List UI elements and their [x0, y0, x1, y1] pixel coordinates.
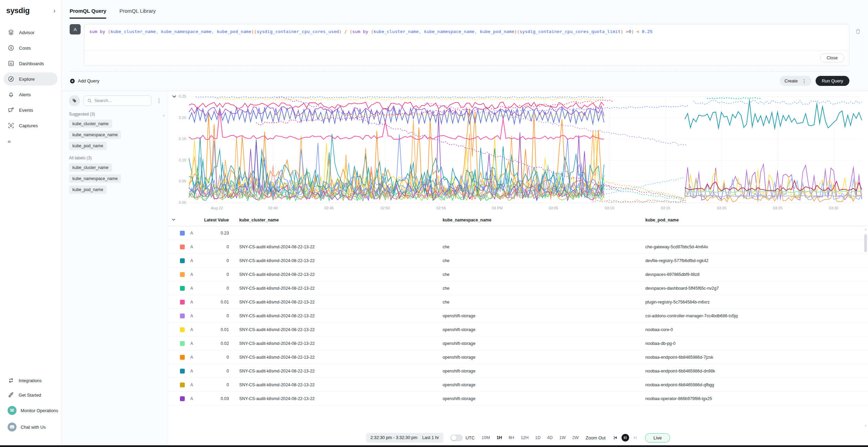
alerts-icon — [8, 91, 14, 98]
sidebar-item-alerts[interactable]: Alerts — [3, 88, 58, 101]
label-chip[interactable]: kube_pod_name — [69, 186, 107, 194]
trash-icon[interactable] — [855, 28, 861, 36]
scroll-down-icon[interactable]: ▼ — [864, 424, 867, 427]
range-button-4d[interactable]: 4D — [547, 435, 553, 440]
table-collapse-chevron-icon[interactable] — [171, 217, 176, 223]
table-row[interactable]: A0.01SNY-CS-audit-k8smd-2024-08-22-13-22… — [168, 295, 868, 309]
table-scrollbar[interactable]: ▲ ▼ — [864, 228, 867, 427]
add-query-button[interactable]: Add Query — [70, 78, 99, 84]
column-header-cluster[interactable]: kube_cluster_name — [239, 218, 443, 222]
sidebar-item-advisor[interactable]: Advisor — [3, 26, 58, 39]
cell-namespace: openshift-storage — [443, 355, 645, 360]
range-button-2w[interactable]: 2W — [572, 435, 579, 440]
tab-promql-library[interactable]: PromQL Library — [119, 8, 155, 19]
range-button-12h[interactable]: 12H — [521, 435, 528, 440]
sidebar-footer-label: Integrations — [19, 378, 42, 383]
label-chip[interactable]: kube_pod_name — [69, 142, 107, 150]
labels-panel-kebab-icon[interactable]: ⋮ — [155, 97, 163, 105]
range-button-1h[interactable]: 1H — [496, 435, 502, 440]
column-header-latest-value[interactable]: Latest Value — [200, 218, 229, 222]
column-header-namespace[interactable]: kube_namespace_name — [443, 218, 645, 222]
sidebar-footer-item-chat-with-us[interactable]: Chat with Us — [3, 420, 58, 434]
table-row[interactable]: A0.01SNY-CS-audit-k8smd-2024-08-22-13-22… — [168, 323, 868, 337]
series-color-swatch — [180, 355, 185, 360]
cell-namespace: che — [443, 258, 645, 263]
cell-cluster: SNY-CS-audit-k8smd-2024-08-22-13-22 — [239, 341, 443, 346]
table-row[interactable]: A0SNY-CS-audit-k8smd-2024-08-22-13-22che… — [168, 268, 868, 281]
label-chip[interactable]: kube_namespace_name — [69, 131, 121, 139]
cell-cluster: SNY-CS-audit-k8smd-2024-08-22-13-22 — [239, 245, 443, 249]
zoom-out-button[interactable]: Zoom Out — [586, 435, 606, 440]
column-header-pod[interactable]: kube_pod_name — [645, 218, 862, 222]
table-row[interactable]: A0SNY-CS-audit-k8smd-2024-08-22-13-22ope… — [168, 378, 868, 392]
series-color-swatch — [180, 286, 185, 291]
table-body: A0.23A0SNY-CS-audit-k8smd-2024-08-22-13-… — [168, 226, 868, 406]
label-chip[interactable]: kube_cluster_name — [69, 120, 112, 128]
cell-namespace: openshift-storage — [443, 327, 645, 332]
table-row[interactable]: A0.03SNY-CS-audit-k8smd-2024-08-22-13-22… — [168, 392, 868, 406]
costs-icon: $ — [8, 44, 14, 51]
table-row[interactable]: A0.23 — [168, 226, 868, 240]
sidebar-expand-chevron-icon[interactable]: › — [53, 8, 55, 14]
cell-namespace: che — [443, 245, 645, 249]
sidebar-item-label: Advisor — [19, 30, 34, 35]
table-row[interactable]: A0SNY-CS-audit-k8smd-2024-08-22-13-22che… — [168, 281, 868, 295]
labels-scroll-up-icon[interactable]: ▲ — [162, 114, 165, 117]
cell-latest-value: 0 — [200, 355, 229, 360]
cell-pod: noobaa-operator-866b979f86-lgx25 — [645, 396, 862, 401]
create-button[interactable]: Create ⋮ — [780, 76, 811, 86]
utc-label: UTC — [465, 435, 475, 440]
sidebar-footer-item-integrations[interactable]: Integrations — [3, 374, 58, 387]
range-button-1w[interactable]: 1W — [559, 435, 566, 440]
sidebar-item-costs[interactable]: $Costs — [3, 41, 58, 54]
sidebar-item-explore[interactable]: Explore — [3, 72, 58, 86]
label-chip[interactable]: kube_namespace_name — [69, 175, 121, 183]
sidebar-collapse-icon[interactable]: « — [0, 135, 61, 148]
table-row[interactable]: A0SNY-CS-audit-k8smd-2024-08-22-13-22che… — [168, 240, 868, 254]
tag-filter-button[interactable] — [69, 95, 80, 106]
table-row[interactable]: A0SNY-CS-audit-k8smd-2024-08-22-13-22ope… — [168, 309, 868, 323]
chart-collapse-chevron-icon[interactable] — [172, 94, 177, 100]
skip-forward-icon[interactable] — [633, 435, 638, 440]
table-row[interactable]: A0SNY-CS-audit-k8smd-2024-08-22-13-22ope… — [168, 350, 868, 364]
sidebar-item-dashboards[interactable]: Dashboards — [3, 57, 58, 70]
live-button[interactable]: Live — [645, 433, 670, 443]
table-row[interactable]: A0.02SNY-CS-audit-k8smd-2024-08-22-13-22… — [168, 337, 868, 350]
range-button-1d[interactable]: 1D — [535, 435, 541, 440]
skip-back-icon[interactable] — [613, 435, 618, 440]
series-color-swatch — [180, 383, 185, 387]
tab-promql-query[interactable]: PromQL Query — [70, 8, 106, 19]
time-range-picker[interactable]: 2:32:30 pm - 3:32:30 pm Last 1 hr — [366, 433, 444, 443]
scroll-up-icon[interactable]: ▲ — [864, 228, 867, 231]
cell-cluster: SNY-CS-audit-k8smd-2024-08-22-13-22 — [239, 258, 443, 263]
events-icon — [8, 107, 14, 113]
range-button-6h[interactable]: 6H — [508, 435, 514, 440]
pause-button[interactable] — [622, 434, 629, 441]
range-button-10m[interactable]: 10M — [482, 435, 490, 440]
series-color-swatch — [180, 231, 185, 236]
cell-series: A — [190, 341, 200, 346]
cell-latest-value: 0 — [200, 258, 229, 263]
run-query-button[interactable]: Run Query — [816, 76, 849, 86]
sidebar-item-label: Costs — [19, 46, 31, 51]
table-row[interactable]: A0SNY-CS-audit-k8smd-2024-08-22-13-22che… — [168, 254, 868, 268]
sidebar-item-captures[interactable]: Captures — [3, 119, 58, 132]
scrollbar-thumb[interactable] — [864, 234, 867, 252]
table-row[interactable]: A0SNY-CS-audit-k8smd-2024-08-22-13-22ope… — [168, 364, 868, 378]
create-menu-kebab-icon[interactable]: ⋮ — [802, 79, 807, 83]
series-color-swatch — [180, 327, 185, 332]
timeseries-chart[interactable] — [169, 92, 865, 214]
cell-latest-value: 0.01 — [200, 327, 229, 332]
sidebar-footer-item-monitor-operations[interactable]: WMonitor Operations — [3, 403, 58, 418]
cell-cluster: SNY-CS-audit-k8smd-2024-08-22-13-22 — [239, 355, 443, 360]
sidebar-item-events[interactable]: Events — [3, 103, 58, 117]
sidebar-item-label: Events — [19, 108, 33, 113]
close-button[interactable]: Close — [820, 53, 844, 62]
sidebar-footer-item-get-started[interactable]: Get Started — [3, 389, 58, 401]
cell-cluster: SNY-CS-audit-k8smd-2024-08-22-13-22 — [239, 272, 443, 277]
cell-pod: devspaces-dashboard-5ff45f65c-nv2g7 — [645, 286, 862, 291]
label-search-input[interactable] — [94, 98, 148, 103]
promql-query-input[interactable]: sum by (kube_cluster_name, kube_namespac… — [84, 24, 849, 50]
label-chip[interactable]: kube_cluster_name — [69, 163, 112, 172]
utc-toggle[interactable] — [450, 435, 463, 441]
